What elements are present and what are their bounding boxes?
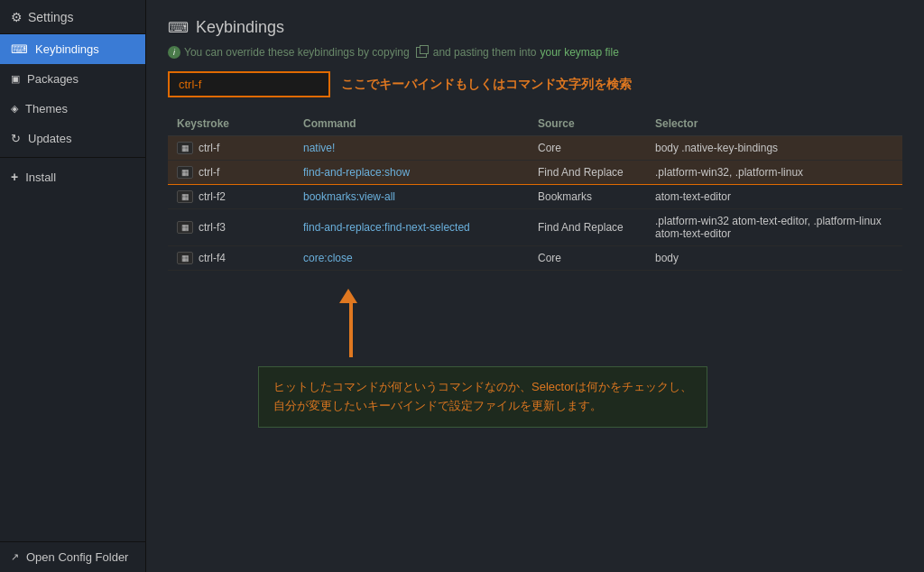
selector-cell: .platform-win32 atom-text-editor, .platf… <box>646 209 902 246</box>
keymap-link[interactable]: your keymap file <box>540 46 618 59</box>
open-config-label: Open Config Folder <box>26 550 128 564</box>
sidebar: ⚙ Settings ⌨ Keybindings ▣ Packages ◈ Th… <box>0 0 146 572</box>
keybindings-icon: ⌨ <box>11 42 28 56</box>
search-row: ctrl-f ここでキーバインドもしくはコマンド文字列を検索 <box>168 71 902 97</box>
keystroke-cell: ▦ ctrl-f <box>168 161 294 185</box>
source-value: Bookmarks <box>538 190 592 203</box>
sidebar-label-keybindings: Keybindings <box>35 42 99 56</box>
sidebar-item-install[interactable]: + Install <box>0 161 145 192</box>
sidebar-divider <box>0 157 145 158</box>
selector-cell: .platform-win32, .platform-linux <box>646 161 902 185</box>
table-row: ▦ ctrl-f2 bookmarks:view-all Bookmarks a… <box>168 185 902 209</box>
sidebar-bottom: ↗ Open Config Folder <box>0 541 145 572</box>
source-cell: Bookmarks <box>529 185 646 209</box>
source-cell: Core <box>529 136 646 161</box>
col-header-keystroke: Keystroke <box>168 112 294 136</box>
install-icon: + <box>11 170 18 184</box>
main-content: ⌨ Keybindings i You can override these k… <box>146 0 924 572</box>
arrow-up-icon <box>339 289 357 303</box>
key-icon: ▦ <box>177 190 193 203</box>
table-body: ▦ ctrl-f native! Core body .native-key-b… <box>168 136 902 271</box>
table-row: ▦ ctrl-f find-and-replace:show Find And … <box>168 161 902 185</box>
settings-icon: ⚙ <box>11 10 23 24</box>
keystroke-value: ctrl-f <box>199 142 219 154</box>
page-title-text: Keybindings <box>196 18 284 37</box>
annotation-box: ヒットしたコマンドが何というコマンドなのか、Selectorは何かをチェックし、… <box>258 366 707 428</box>
col-header-selector: Selector <box>646 112 902 136</box>
source-cell: Find And Replace <box>529 161 646 185</box>
table-row: ▦ ctrl-f4 core:close Core body <box>168 246 902 271</box>
source-value: Find And Replace <box>538 221 624 234</box>
selector-value: body <box>655 252 679 264</box>
table-header: Keystroke Command Source Selector <box>168 112 902 136</box>
key-icon: ▦ <box>177 142 193 154</box>
sidebar-item-themes[interactable]: ◈ Themes <box>0 94 145 124</box>
source-value: Core <box>538 252 561 264</box>
sidebar-item-updates[interactable]: ↻ Updates <box>0 124 145 153</box>
command-value: bookmarks:view-all <box>303 190 395 203</box>
keystroke-value: ctrl-f3 <box>199 221 226 234</box>
sidebar-label-themes: Themes <box>25 102 68 115</box>
source-value: Core <box>538 142 561 154</box>
subtitle-bar: i You can override these keybindings by … <box>168 46 902 59</box>
command-cell: native! <box>294 136 529 161</box>
selector-cell: atom-text-editor <box>646 185 902 209</box>
col-header-source: Source <box>529 112 646 136</box>
source-cell: Core <box>529 246 646 271</box>
command-cell: find-and-replace:show <box>294 161 529 185</box>
open-config-folder-button[interactable]: ↗ Open Config Folder <box>0 542 145 572</box>
command-value: find-and-replace:show <box>303 166 410 179</box>
subtitle-text: You can override these keybindings by co… <box>184 46 410 59</box>
command-value: native! <box>303 142 335 154</box>
key-icon: ▦ <box>177 252 193 264</box>
keybindings-title-icon: ⌨ <box>168 19 189 36</box>
command-cell: bookmarks:view-all <box>294 185 529 209</box>
search-hint: ここでキーバインドもしくはコマンド文字列を検索 <box>341 77 632 93</box>
command-cell: core:close <box>294 246 529 271</box>
selector-value: atom-text-editor <box>655 190 731 203</box>
keystroke-value: ctrl-f <box>199 166 219 179</box>
table-row: ▦ ctrl-f native! Core body .native-key-b… <box>168 136 902 161</box>
sidebar-label-install: Install <box>25 171 56 184</box>
open-folder-icon: ↗ <box>11 551 19 563</box>
col-header-command: Command <box>294 112 529 136</box>
command-value: find-and-replace:find-next-selected <box>303 221 470 234</box>
command-value: core:close <box>303 252 353 264</box>
key-icon: ▦ <box>177 166 193 179</box>
source-cell: Find And Replace <box>529 209 646 246</box>
annotation-text: ヒットしたコマンドが何というコマンドなのか、Selectorは何かをチェックし、… <box>273 380 692 412</box>
keystroke-value: ctrl-f4 <box>199 252 226 264</box>
keystroke-cell: ▦ ctrl-f3 <box>168 209 294 246</box>
keybindings-table: Keystroke Command Source Selector ▦ ctrl… <box>168 112 902 271</box>
keystroke-cell: ▦ ctrl-f <box>168 136 294 161</box>
copy-icon <box>416 47 427 58</box>
keystroke-cell: ▦ ctrl-f4 <box>168 246 294 271</box>
table-row: ▦ ctrl-f3 find-and-replace:find-next-sel… <box>168 209 902 246</box>
sidebar-label-packages: Packages <box>27 72 79 86</box>
keystroke-cell: ▦ ctrl-f2 <box>168 185 294 209</box>
sidebar-item-keybindings[interactable]: ⌨ Keybindings <box>0 34 145 64</box>
themes-icon: ◈ <box>11 103 18 115</box>
selector-value: body .native-key-bindings <box>655 142 778 154</box>
selector-cell: body <box>646 246 902 271</box>
source-value: Find And Replace <box>538 166 624 179</box>
updates-icon: ↻ <box>11 132 21 145</box>
command-cell: find-and-replace:find-next-selected <box>294 209 529 246</box>
key-icon: ▦ <box>177 221 193 234</box>
sidebar-title: Settings <box>28 10 74 24</box>
info-icon: i <box>168 46 180 59</box>
search-input[interactable]: ctrl-f <box>168 71 330 97</box>
sidebar-header: ⚙ Settings <box>0 0 145 34</box>
sidebar-item-packages[interactable]: ▣ Packages <box>0 64 145 94</box>
subtitle-and: and pasting them into <box>433 46 537 59</box>
page-title: ⌨ Keybindings <box>168 18 902 37</box>
selector-value: .platform-win32, .platform-linux <box>655 166 803 179</box>
selector-cell: body .native-key-bindings <box>646 136 902 161</box>
keystroke-value: ctrl-f2 <box>199 190 226 203</box>
sidebar-label-updates: Updates <box>28 132 71 145</box>
selector-value: .platform-win32 atom-text-editor, .platf… <box>655 215 882 240</box>
annotation-area: ヒットしたコマンドが何というコマンドなのか、Selectorは何かをチェックし、… <box>168 289 902 428</box>
packages-icon: ▣ <box>11 73 20 85</box>
arrow-shaft <box>349 303 353 357</box>
